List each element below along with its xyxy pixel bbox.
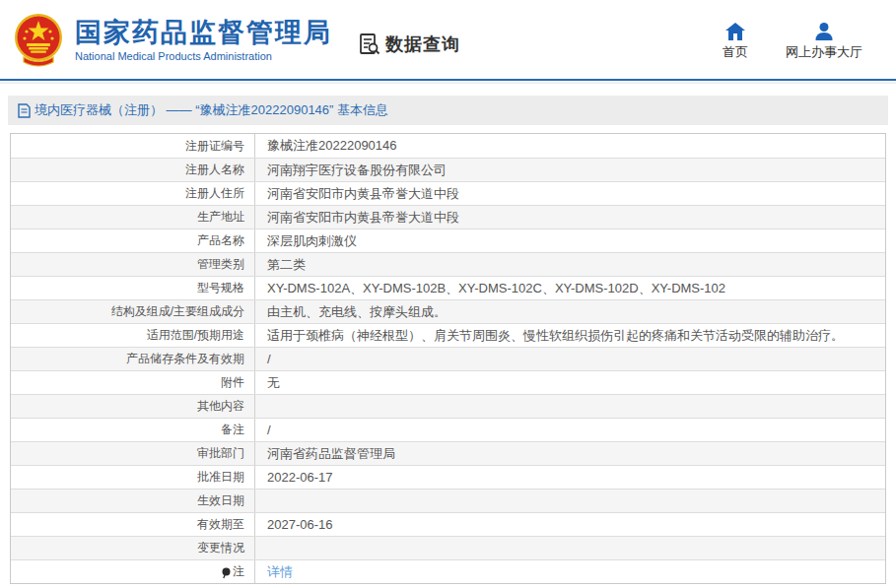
table-row: 注册人住所 河南省安阳市内黄县帝誉大道中段 xyxy=(11,181,885,205)
row-label: 注册证编号 xyxy=(11,134,255,158)
row-label: 变更情况 xyxy=(11,537,255,559)
header-nav: 首页 网上办事大厅 xyxy=(723,23,862,61)
note-balloon-icon xyxy=(222,567,231,579)
row-value: 由主机、充电线、按摩头组成。 xyxy=(255,300,885,323)
row-value: 2022-06-17 xyxy=(255,466,885,489)
detail-link[interactable]: 详情 xyxy=(267,564,293,579)
row-value: 豫械注准20222090146 xyxy=(255,134,885,158)
table-row: 其他内容 xyxy=(11,394,885,418)
row-label: 备注 xyxy=(11,419,255,441)
row-label: 注册人名称 xyxy=(11,159,255,181)
page-header: 国家药品监督管理局 National Medical Products Admi… xyxy=(0,0,896,79)
row-value xyxy=(255,537,885,559)
breadcrumb: 境内医疗器械（注册） —— “豫械注准20222090146” 基本信息 xyxy=(8,96,888,125)
table-row: 有效期至 2027-06-16 xyxy=(11,512,885,536)
row-label: 批准日期 xyxy=(11,466,255,489)
table-row: 注册证编号 豫械注准20222090146 xyxy=(11,134,885,158)
row-label: 注 xyxy=(11,560,255,583)
breadcrumb-text: 境内医疗器械（注册） —— “豫械注准20222090146” 基本信息 xyxy=(34,101,388,119)
row-value: 河南省安阳市内黄县帝誉大道中段 xyxy=(255,206,885,229)
row-value: XY-DMS-102A、XY-DMS-102B、XY-DMS-102C、XY-D… xyxy=(255,277,885,299)
user-icon xyxy=(814,23,834,40)
table-row: 备注 / xyxy=(11,418,885,441)
row-label: 适用范围/预期用途 xyxy=(11,324,255,347)
row-value: 河南翔宇医疗设备股份有限公司 xyxy=(255,159,885,181)
row-label: 生产地址 xyxy=(11,206,255,229)
table-row: 注 详情 xyxy=(11,559,885,583)
table-row: 结构及组成/主要组成成分 由主机、充电线、按摩头组成。 xyxy=(11,299,885,323)
table-row: 审批部门 河南省药品监督管理局 xyxy=(11,441,885,465)
row-label: 注册人住所 xyxy=(11,182,255,205)
row-label: 其他内容 xyxy=(11,395,255,418)
table-row: 生产地址 河南省安阳市内黄县帝誉大道中段 xyxy=(11,205,885,229)
data-query-label: 数据查询 xyxy=(385,33,460,56)
row-label: 附件 xyxy=(11,371,255,394)
table-row: 变更情况 xyxy=(11,536,885,559)
table-row: 附件 无 xyxy=(11,370,885,394)
row-value: 无 xyxy=(255,371,885,394)
nav-home-label: 首页 xyxy=(723,43,748,61)
row-value: / xyxy=(255,348,885,370)
row-value xyxy=(255,395,885,418)
row-value: 详情 xyxy=(255,560,885,583)
table-row: 批准日期 2022-06-17 xyxy=(11,465,885,489)
row-label: 结构及组成/主要组成成分 xyxy=(11,300,255,323)
org-title-block: 国家药品监督管理局 National Medical Products Admi… xyxy=(75,18,332,62)
document-icon xyxy=(18,103,31,118)
table-row: 生效日期 xyxy=(11,489,885,512)
row-value: 2027-06-16 xyxy=(255,513,885,536)
registration-info-table: 注册证编号 豫械注准20222090146 注册人名称 河南翔宇医疗设备股份有限… xyxy=(10,133,886,584)
row-value: 河南省药品监督管理局 xyxy=(255,442,885,465)
row-label: 产品储存条件及有效期 xyxy=(11,348,255,370)
row-label: 审批部门 xyxy=(11,442,255,465)
row-value: / xyxy=(255,419,885,441)
row-value: 河南省安阳市内黄县帝誉大道中段 xyxy=(255,182,885,205)
row-label: 管理类别 xyxy=(11,253,255,276)
data-query-icon xyxy=(358,33,381,56)
row-value: 适用于颈椎病（神经根型）、肩关节周围炎、慢性软组织损伤引起的疼痛和关节活动受限的… xyxy=(255,324,885,347)
table-row: 适用范围/预期用途 适用于颈椎病（神经根型）、肩关节周围炎、慢性软组织损伤引起的… xyxy=(11,323,885,347)
row-value xyxy=(255,490,885,512)
table-row: 型号规格 XY-DMS-102A、XY-DMS-102B、XY-DMS-102C… xyxy=(11,276,885,299)
data-query-section[interactable]: 数据查询 xyxy=(358,33,460,56)
table-row: 产品储存条件及有效期 / xyxy=(11,347,885,370)
nav-hall-label: 网上办事大厅 xyxy=(786,43,862,61)
table-row: 产品名称 深层肌肉刺激仪 xyxy=(11,229,885,252)
org-name-en: National Medical Products Administration xyxy=(75,50,332,62)
nav-item-online-hall[interactable]: 网上办事大厅 xyxy=(786,23,862,61)
row-value: 第二类 xyxy=(255,253,885,276)
national-emblem-icon xyxy=(14,12,63,67)
table-row: 管理类别 第二类 xyxy=(11,252,885,276)
row-label: 产品名称 xyxy=(11,229,255,252)
home-icon xyxy=(725,23,745,40)
row-label: 生效日期 xyxy=(11,490,255,512)
header-divider-light xyxy=(0,81,896,84)
row-label: 有效期至 xyxy=(11,513,255,536)
table-row: 注册人名称 河南翔宇医疗设备股份有限公司 xyxy=(11,158,885,181)
row-label: 型号规格 xyxy=(11,277,255,299)
nav-item-home[interactable]: 首页 xyxy=(723,23,748,61)
org-name-zh: 国家药品监督管理局 xyxy=(75,18,332,47)
row-value: 深层肌肉刺激仪 xyxy=(255,229,885,252)
